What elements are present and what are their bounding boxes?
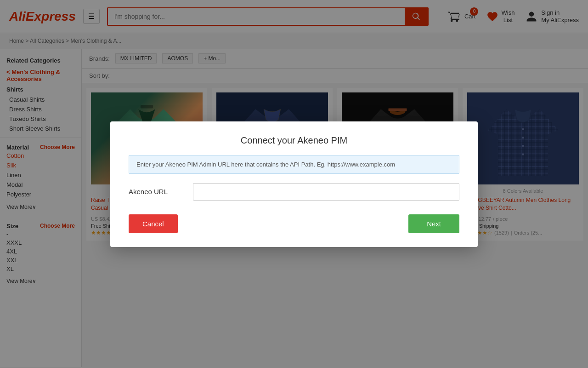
- modal-overlay: Connect your Akeneo PIM Enter your Akene…: [0, 0, 588, 368]
- modal: Connect your Akeneo PIM Enter your Akene…: [110, 121, 478, 247]
- modal-title: Connect your Akeneo PIM: [129, 135, 459, 146]
- akeneo-url-input[interactable]: [193, 183, 459, 201]
- modal-field-label: Akeneo URL: [129, 188, 184, 196]
- modal-buttons: Cancel Next: [129, 214, 459, 233]
- next-button[interactable]: Next: [408, 214, 459, 233]
- modal-info-bar: Enter your Akeneo PIM Admin URL here tha…: [129, 155, 459, 174]
- cancel-button[interactable]: Cancel: [129, 214, 178, 233]
- modal-field-row: Akeneo URL: [129, 183, 459, 201]
